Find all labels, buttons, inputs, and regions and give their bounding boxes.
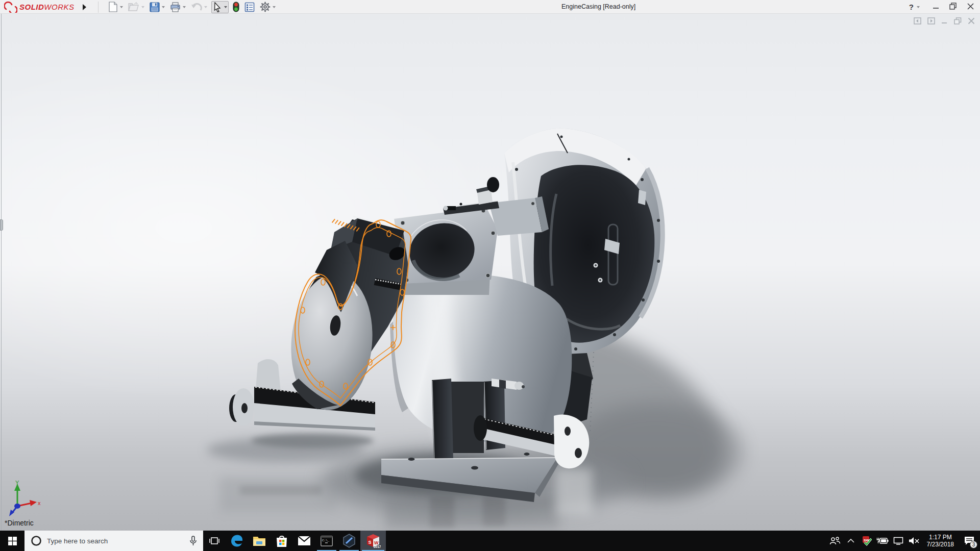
help-icon: ? <box>909 3 914 11</box>
undo-icon <box>191 2 202 12</box>
cortana-icon <box>31 535 42 546</box>
tray-date: 7/23/2018 <box>927 541 954 548</box>
menu-flyout-arrow[interactable] <box>81 2 89 12</box>
rebuild-traffic-light-icon <box>233 2 239 12</box>
document-title: EngineCasing [Read-only] <box>561 0 635 14</box>
engine-casing-model[interactable] <box>0 14 980 531</box>
dropdown-caret[interactable] <box>273 6 276 8</box>
triad-y-label: Y <box>15 481 19 486</box>
solidworks-window: SOLIDWORKS <box>0 0 980 551</box>
tray-power[interactable] <box>876 531 889 551</box>
dropdown-caret[interactable] <box>162 6 165 8</box>
new-document-button[interactable] <box>107 1 124 13</box>
windows-taskbar: Type here to search <box>0 531 980 551</box>
view-orientation-label: *Dimetric <box>5 519 34 527</box>
taskbar-file-explorer[interactable] <box>248 531 271 551</box>
task-view-icon <box>209 536 219 546</box>
people-icon <box>829 537 841 545</box>
microphone-icon[interactable] <box>189 536 197 546</box>
people-button[interactable] <box>829 531 841 551</box>
dropdown-caret[interactable] <box>224 6 227 8</box>
toolbar-separator <box>98 2 99 13</box>
clock[interactable]: 1:17 PM 7/23/2018 <box>924 534 957 548</box>
solidworks-logo: SOLIDWORKS <box>4 0 75 14</box>
tray-network[interactable] <box>892 531 904 551</box>
taskbar-search-input[interactable]: Type here to search <box>24 531 203 551</box>
edge-icon <box>230 534 243 547</box>
open-icon <box>128 2 139 12</box>
store-icon <box>276 535 288 547</box>
new-document-icon <box>108 2 118 12</box>
solidworks-status-icon: sw <box>862 536 872 546</box>
tray-solidworks-status[interactable]: sw <box>861 531 873 551</box>
tray-time: 1:17 PM <box>927 534 954 541</box>
graphics-viewport[interactable]: Y x *Dimetric <box>0 14 980 531</box>
taskbar-edge[interactable] <box>226 531 248 551</box>
select-tool-button[interactable] <box>211 1 229 13</box>
solidworks-ds-icon <box>4 2 17 13</box>
dropdown-caret[interactable] <box>183 6 186 8</box>
close-button[interactable] <box>964 3 977 11</box>
network-icon <box>893 537 903 545</box>
cmd-label: C:\_ <box>322 539 330 542</box>
task-view-button[interactable] <box>203 531 226 551</box>
minimize-button[interactable] <box>929 3 942 11</box>
taskbar-hexagon-app[interactable] <box>338 531 360 551</box>
title-bar: SOLIDWORKS <box>0 0 980 14</box>
taskbar-solidworks[interactable]: S W 2017 <box>360 531 386 551</box>
triad-x-label: x <box>38 500 41 506</box>
file-explorer-icon <box>253 535 266 546</box>
dropdown-caret[interactable] <box>120 6 123 8</box>
save-icon <box>150 2 160 12</box>
top-fittings[interactable] <box>443 177 499 215</box>
close-icon <box>967 3 974 10</box>
start-button[interactable] <box>0 531 24 551</box>
dropdown-caret[interactable] <box>917 6 920 8</box>
minimize-icon <box>933 3 939 10</box>
sw-year-label: 2017 <box>374 545 381 548</box>
tray-overflow-button[interactable] <box>845 531 857 551</box>
print-icon <box>170 2 181 12</box>
volume-muted-icon <box>909 537 920 545</box>
restore-icon <box>949 3 957 10</box>
action-center-button[interactable]: 3 <box>961 531 978 551</box>
tray-volume[interactable] <box>908 531 920 551</box>
taskbar-command-prompt[interactable]: C:\_ <box>315 531 338 551</box>
solidworks-wordmark: SOLIDWORKS <box>19 3 75 11</box>
options-button[interactable] <box>259 1 277 13</box>
rebuild-button[interactable] <box>232 1 240 13</box>
orientation-triad: Y x <box>7 481 43 517</box>
mail-icon <box>298 536 311 546</box>
save-button[interactable] <box>149 1 166 13</box>
hexagon-app-icon <box>342 534 356 548</box>
restore-button[interactable] <box>946 3 960 11</box>
windows-logo-icon <box>8 537 17 545</box>
print-button[interactable] <box>169 1 187 13</box>
dropdown-caret <box>141 6 144 8</box>
open-button[interactable] <box>127 1 145 13</box>
svg-text:S: S <box>369 540 372 545</box>
power-battery-icon <box>876 537 889 544</box>
help-button[interactable]: ? <box>909 3 920 11</box>
options-list-icon <box>244 2 255 12</box>
settings-gear-icon <box>260 2 271 12</box>
taskbar-mail[interactable] <box>293 531 315 551</box>
properties-button[interactable] <box>243 1 256 13</box>
search-placeholder: Type here to search <box>47 537 189 545</box>
undo-button[interactable] <box>190 1 208 13</box>
select-cursor-icon <box>213 2 222 12</box>
dropdown-caret <box>204 6 207 8</box>
notification-badge: 3 <box>970 541 977 548</box>
solidworks-app-icon: S W 2017 <box>365 533 381 548</box>
command-prompt-icon: C:\_ <box>321 536 333 546</box>
chevron-up-icon <box>847 539 854 543</box>
taskbar-store[interactable] <box>271 531 293 551</box>
